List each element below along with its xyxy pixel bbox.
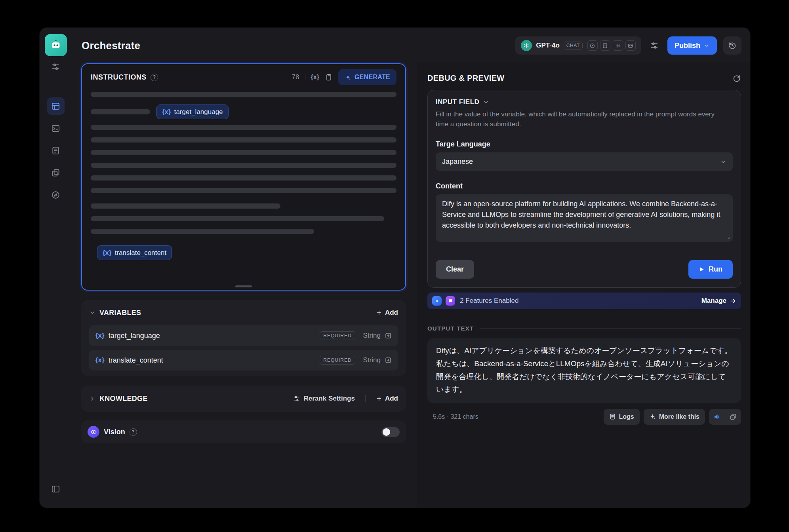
sidebar-item-monitoring[interactable]	[47, 186, 65, 203]
app-window: Orchestrate GPT-4o CHAT	[40, 28, 750, 508]
variable-name: target_language	[109, 332, 160, 340]
sparkle-icon	[345, 74, 351, 81]
app-logo[interactable]	[45, 34, 67, 56]
publish-label: Publish	[675, 42, 700, 50]
add-variable-button[interactable]: Add	[376, 309, 398, 317]
logs-button[interactable]: Logs	[604, 409, 640, 425]
document-list-icon	[51, 146, 60, 155]
input-field-description: Fill in the value of the variable, which…	[436, 110, 727, 129]
variable-name: translate_content	[109, 356, 163, 365]
field-type-icon[interactable]	[385, 357, 392, 364]
compass-icon	[51, 190, 60, 200]
variables-title: VARIABLES	[99, 309, 141, 317]
help-icon[interactable]	[130, 428, 137, 436]
sparkle-feature-icon	[432, 296, 442, 306]
add-knowledge-button[interactable]: Add	[376, 395, 398, 403]
prompt-skeleton: {x} target_language	[91, 92, 396, 260]
model-selector[interactable]: GPT-4o CHAT	[515, 36, 641, 55]
capability-vision-icon	[625, 40, 636, 51]
variable-type: String	[363, 332, 381, 340]
page-title: Orchestrate	[82, 40, 140, 52]
collapse-sidebar-button[interactable]	[47, 480, 65, 498]
variable-symbol: {x}	[103, 249, 112, 257]
restart-debug-icon[interactable]	[732, 74, 741, 83]
output-meta: 5.6s · 321 chars	[427, 413, 478, 420]
generate-button[interactable]: GENERATE	[338, 69, 396, 85]
variable-row-translate-content[interactable]: {x} translate_content REQUIRED String	[89, 350, 398, 370]
vision-label: Vision	[104, 428, 125, 436]
skeleton-line	[91, 150, 396, 155]
variable-chip-translate-content[interactable]: {x} translate_content	[97, 245, 172, 260]
char-count: 78	[292, 73, 299, 81]
copy-output-button[interactable]	[725, 409, 741, 425]
capability-audio-icon	[613, 40, 623, 51]
instructions-title: INSTRUCTIONS	[91, 73, 147, 82]
skeleton-line	[91, 229, 314, 234]
sidebar-item-api[interactable]	[47, 120, 65, 137]
more-like-this-button[interactable]: More like this	[644, 409, 705, 425]
resize-handle[interactable]	[235, 285, 252, 287]
app-window-icon	[51, 102, 60, 111]
manage-features-button[interactable]: Manage	[701, 297, 736, 305]
target-language-label: Targe Language	[436, 140, 733, 148]
panel-left-icon	[51, 484, 60, 494]
required-badge: REQUIRED	[320, 331, 355, 340]
copy-prompt-icon[interactable]	[325, 73, 333, 81]
chevron-down-icon	[704, 43, 710, 49]
sidebar-item-annotations[interactable]	[47, 164, 65, 181]
sidebar-item-settings[interactable]	[47, 58, 65, 75]
skeleton-line	[91, 109, 150, 114]
skeleton-line	[91, 92, 396, 97]
divider	[305, 74, 305, 81]
rerank-settings-button[interactable]: Rerank Settings	[293, 395, 355, 403]
play-icon	[699, 266, 705, 272]
skeleton-line	[91, 137, 396, 142]
content-input[interactable]: Dify is an open-source platform for buil…	[436, 194, 733, 242]
variable-chip-label: target_language	[174, 108, 223, 116]
parameters-icon[interactable]	[648, 39, 661, 52]
sparkle-icon	[649, 413, 656, 420]
knowledge-title: KNOWLEDGE	[99, 395, 148, 403]
field-type-icon[interactable]	[385, 332, 392, 339]
vision-toggle[interactable]	[381, 427, 400, 437]
robot-icon	[50, 39, 62, 51]
debug-preview-title: DEBUG & PREVIEW	[427, 74, 505, 83]
run-button[interactable]: Run	[688, 260, 733, 279]
skeleton-line	[91, 188, 396, 193]
publish-button[interactable]: Publish	[667, 36, 717, 55]
resize-corner-icon[interactable]	[726, 235, 731, 240]
divider	[480, 328, 741, 329]
skeleton-line	[91, 125, 396, 130]
skeleton-line	[91, 216, 384, 221]
chevron-down-icon	[483, 99, 489, 105]
add-label: Add	[385, 309, 398, 317]
speaker-button[interactable]	[709, 409, 725, 425]
sidebar-item-orchestrate[interactable]	[47, 97, 65, 115]
history-button[interactable]	[723, 36, 741, 55]
clear-button[interactable]: Clear	[436, 260, 474, 279]
chevron-right-icon	[89, 395, 95, 402]
sidebar	[40, 28, 72, 508]
variable-chip-target-language[interactable]: {x} target_language	[156, 104, 229, 119]
input-field-header[interactable]: INPUT FIELD	[436, 98, 733, 106]
features-bar[interactable]: 2 Features Enabled Manage	[427, 293, 741, 309]
rerank-label: Rerank Settings	[304, 395, 355, 403]
terminal-icon	[51, 124, 60, 133]
sidebar-item-logs[interactable]	[47, 142, 65, 159]
variables-header[interactable]: VARIABLES Add	[89, 304, 398, 321]
target-language-select[interactable]: Japanese	[436, 152, 733, 171]
speech-feature-icon	[446, 296, 455, 306]
output-icon-group	[709, 409, 741, 425]
manage-label: Manage	[701, 297, 726, 305]
skeleton-line	[91, 203, 280, 209]
knowledge-panel[interactable]: KNOWLEDGE Rerank Settings Add	[81, 386, 406, 412]
instructions-editor[interactable]: INSTRUCTIONS 78 {x}	[81, 63, 406, 291]
vision-panel: Vision	[81, 420, 406, 443]
variable-row-target-language[interactable]: {x} target_language REQUIRED String	[89, 325, 398, 346]
output-text: Difyは、AIアプリケーションを構築するためのオープンソースプラットフォームで…	[436, 344, 732, 396]
logs-label: Logs	[619, 413, 634, 420]
chevron-down-icon	[720, 159, 726, 165]
help-icon[interactable]	[151, 74, 158, 81]
input-field-title: INPUT FIELD	[436, 98, 479, 106]
insert-variable-icon[interactable]: {x}	[311, 74, 319, 81]
